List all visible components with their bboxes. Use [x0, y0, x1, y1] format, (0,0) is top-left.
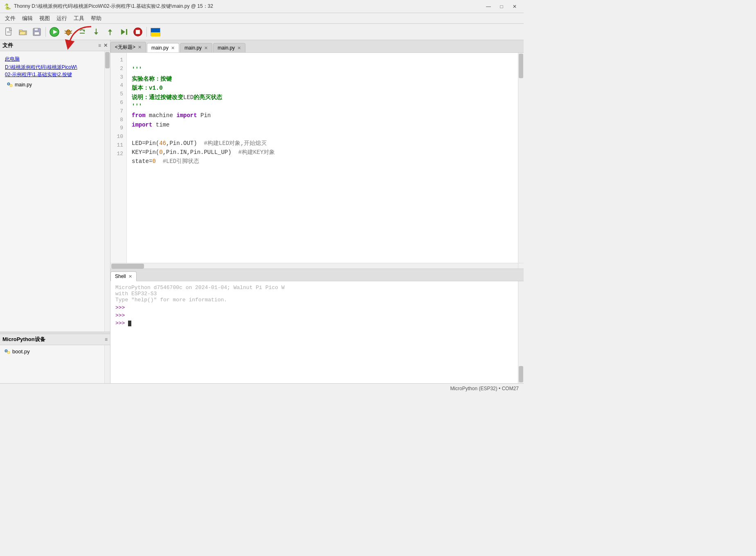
- tab-main-py-1-close[interactable]: ✕: [171, 45, 175, 51]
- resume-button[interactable]: [117, 25, 130, 38]
- save-file-icon: [32, 27, 41, 36]
- tab-main-py-3-label: main.py: [218, 45, 235, 51]
- shell-vscrollbar[interactable]: [518, 281, 524, 383]
- debug-button[interactable]: [62, 25, 75, 38]
- device-scrollbar[interactable]: [104, 345, 110, 383]
- device-file-name: boot.py: [12, 348, 30, 355]
- shell-tab-close[interactable]: ✕: [128, 274, 132, 279]
- device-file-item[interactable]: boot.py: [2, 348, 102, 356]
- editor-tab-bar: <无标题> ✕ main.py ✕ main.py ✕ main.py ✕: [110, 40, 524, 53]
- device-panel-menu[interactable]: ≡: [105, 337, 108, 342]
- interpreter-label: MicroPython (ESP32): [450, 386, 497, 391]
- menu-edit[interactable]: 编辑: [19, 14, 36, 23]
- toolbar: [0, 24, 524, 40]
- sidebar: 文件 ≡ ✕ 此电脑 D:\核桃派例程代码\核桃派PicoW\02-示例程序\1…: [0, 40, 110, 383]
- file-panel-menu[interactable]: ≡: [98, 43, 101, 48]
- shell-prompt-2: >>>: [115, 312, 513, 319]
- shell-prompt-3: >>>: [115, 320, 513, 326]
- ukraine-icon: [151, 28, 160, 36]
- new-file-button[interactable]: [2, 25, 16, 38]
- shell-content[interactable]: MicroPython d7546700c on 2024-01-04; Wal…: [110, 281, 518, 383]
- device-panel-title: MicroPython设备: [2, 336, 45, 343]
- window-controls: — □ ✕: [483, 2, 520, 11]
- menu-bar: 文件 编辑 视图 运行 工具 帮助: [0, 13, 524, 24]
- file-panel-title: 文件: [2, 42, 13, 49]
- step-out-button[interactable]: [104, 25, 117, 38]
- file-path[interactable]: D:\核桃派例程代码\核桃派PicoW\02-示例程序\1.基础实验\2.按键: [5, 63, 99, 78]
- open-file-icon: [18, 27, 27, 36]
- ukraine-button[interactable]: [149, 25, 162, 38]
- title-text: Thonny D:\核桃派例程代码\核桃派PicoW\02-示例程序\1.基础实…: [14, 3, 483, 10]
- shell-info-line1: MicroPython d7546700c on 2024-01-04; Wal…: [115, 285, 284, 291]
- new-file-icon: [4, 27, 14, 36]
- tab-main-py-1-label: main.py: [151, 45, 169, 51]
- step-out-icon: [106, 27, 115, 36]
- step-into-icon: [92, 27, 101, 36]
- tab-main-py-3-close[interactable]: ✕: [237, 45, 241, 51]
- file-item-main[interactable]: main.py: [5, 81, 99, 89]
- resume-icon: [119, 27, 128, 36]
- tab-main-py-2[interactable]: main.py ✕: [180, 43, 212, 52]
- tab-untitled-close[interactable]: ✕: [138, 45, 142, 50]
- tab-main-py-3[interactable]: main.py ✕: [213, 43, 245, 52]
- menu-run[interactable]: 运行: [53, 14, 70, 23]
- save-file-button[interactable]: [30, 25, 43, 38]
- editor-area: <无标题> ✕ main.py ✕ main.py ✕ main.py ✕: [110, 40, 524, 269]
- menu-tools[interactable]: 工具: [70, 14, 88, 23]
- device-panel-header: MicroPython设备 ≡: [0, 334, 110, 345]
- code-content[interactable]: ''' 实验名称：按键 版本：v1.0 说明：通过按键改变LED的亮灭状态 ''…: [127, 53, 518, 263]
- shell-area: Shell ✕ MicroPython d7546700c on 2024-01…: [110, 269, 524, 383]
- step-into-button[interactable]: [90, 25, 103, 38]
- svg-rect-4: [34, 28, 38, 31]
- tab-main-py-1[interactable]: main.py ✕: [147, 43, 179, 53]
- menu-file[interactable]: 文件: [2, 14, 19, 23]
- svg-rect-24: [136, 30, 140, 34]
- computer-label[interactable]: 此电脑: [5, 55, 99, 63]
- open-file-button[interactable]: [16, 25, 29, 38]
- editor-vscrollbar[interactable]: [518, 53, 524, 263]
- svg-point-28: [8, 84, 9, 85]
- svg-point-33: [8, 352, 9, 353]
- device-python-icon: [4, 348, 11, 355]
- editor-hscrollbar[interactable]: [110, 263, 518, 269]
- debug-icon: [64, 27, 73, 36]
- svg-point-32: [6, 350, 7, 351]
- step-over-icon: [78, 27, 87, 36]
- tab-untitled[interactable]: <无标题> ✕: [110, 42, 146, 52]
- sidebar-scrollbar[interactable]: [104, 51, 110, 332]
- toolbar-sep-1: [45, 27, 46, 37]
- file-panel-header: 文件 ≡ ✕: [0, 40, 110, 51]
- line-numbers: 1 2 3 4 5 6 7 8 9 10 11 12: [110, 53, 127, 263]
- minimize-button[interactable]: —: [483, 2, 494, 11]
- run-button[interactable]: [48, 25, 61, 38]
- file-panel-close[interactable]: ✕: [104, 43, 108, 48]
- shell-info-line2: with ESP32-S3: [115, 291, 157, 297]
- python-file-icon: [7, 81, 13, 88]
- file-panel: 文件 ≡ ✕ 此电脑 D:\核桃派例程代码\核桃派PicoW\02-示例程序\1…: [0, 40, 110, 332]
- close-button[interactable]: ✕: [509, 2, 520, 11]
- file-panel-content: 此电脑 D:\核桃派例程代码\核桃派PicoW\02-示例程序\1.基础实验\2…: [2, 54, 102, 90]
- editor-hscrollbar-area: [110, 263, 524, 269]
- step-over-button[interactable]: [76, 25, 89, 38]
- svg-line-10: [65, 31, 66, 32]
- maximize-button[interactable]: □: [496, 2, 507, 11]
- stop-icon: [133, 27, 143, 37]
- port-label: COM27: [502, 386, 519, 391]
- interpreter-status: MicroPython (ESP32) • COM27: [450, 386, 519, 391]
- tab-main-py-2-close[interactable]: ✕: [204, 45, 208, 51]
- stop-button[interactable]: [131, 25, 144, 38]
- shell-tab[interactable]: Shell ✕: [110, 271, 137, 281]
- shell-tab-label: Shell: [115, 273, 126, 279]
- status-bar: MicroPython (ESP32) • COM27: [0, 383, 524, 393]
- run-icon: [49, 27, 60, 37]
- status-sep: •: [499, 386, 502, 391]
- menu-help[interactable]: 帮助: [88, 14, 105, 23]
- code-editor[interactable]: 1 2 3 4 5 6 7 8 9 10 11 12 ''' 实验名称：按键 版…: [110, 53, 524, 263]
- menu-view[interactable]: 视图: [36, 14, 53, 23]
- svg-point-29: [11, 85, 12, 86]
- main-area: 文件 ≡ ✕ 此电脑 D:\核桃派例程代码\核桃派PicoW\02-示例程序\1…: [0, 40, 524, 383]
- svg-rect-5: [34, 32, 39, 35]
- svg-point-9: [67, 29, 70, 32]
- svg-marker-21: [121, 29, 125, 35]
- svg-marker-18: [94, 32, 98, 35]
